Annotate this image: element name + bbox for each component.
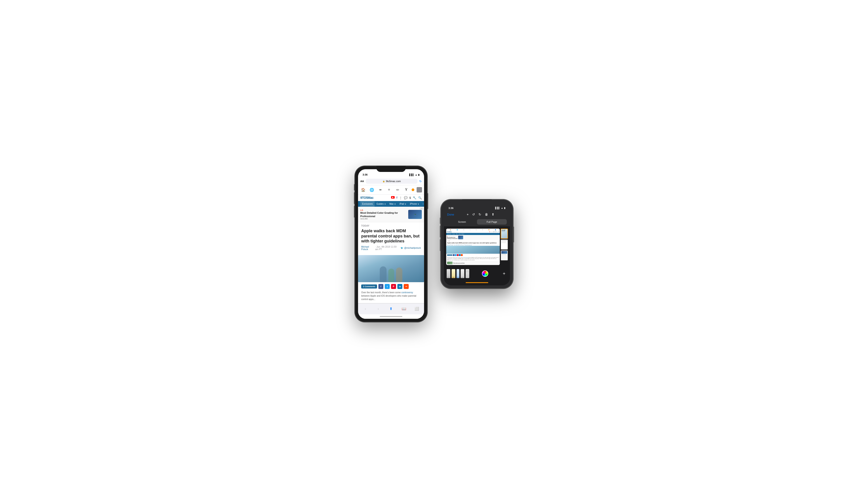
battery-icon: ▮ xyxy=(418,173,420,176)
add-tool-button[interactable]: + xyxy=(501,270,507,277)
site-nav-bar: 9TO5Mac ▶ f ⋮ 💬 $ 🔧 🔍 xyxy=(358,195,424,201)
plus-icon[interactable]: + xyxy=(386,187,392,193)
tab-full-page[interactable]: Full Page xyxy=(477,219,507,225)
mini-home-icon: 🏠 xyxy=(450,229,451,230)
article-author[interactable]: Michael Potuck xyxy=(361,246,374,251)
mini-fb-icon xyxy=(453,254,455,256)
preview-main: 🏠 🌐 ✒ + ✏ Y 👤 9TO5Mac ▶ f xyxy=(446,229,500,265)
article-photo xyxy=(358,255,424,282)
rotate-left-icon[interactable]: ↺ xyxy=(472,213,475,216)
mini-ad-banner: LG Most Detailed ColorGrading for Profes… xyxy=(446,235,500,240)
nav-mac[interactable]: Mac ∨ xyxy=(388,201,398,207)
mini-plus-icon: + xyxy=(470,229,470,230)
battery-icon-2: ▮ xyxy=(504,207,505,209)
pencil-icon[interactable]: ✏ xyxy=(395,187,401,193)
eraser-tool[interactable] xyxy=(461,269,464,278)
nav-more[interactable]: › xyxy=(421,201,424,207)
marker-tool[interactable] xyxy=(447,269,450,278)
share-icon[interactable]: ⬆ xyxy=(492,213,494,216)
linkedin-share-icon[interactable]: in xyxy=(397,284,402,289)
facebook-icon[interactable]: f xyxy=(397,196,397,199)
share-button[interactable]: ⬆ xyxy=(388,305,395,313)
globe-icon[interactable]: 🌐 xyxy=(369,187,375,193)
power-button-2 xyxy=(513,227,514,242)
refresh-button[interactable]: ↻ xyxy=(419,180,422,183)
teaser-link[interactable]: controversy xyxy=(401,291,413,294)
mini-body-text: Over the last month, there's been some c… xyxy=(446,256,500,261)
mini-parts-ad: Parts when you need them xyxy=(446,261,500,265)
teaser-continuation: between Apple and iOS developers who mak… xyxy=(361,295,416,300)
search-icon[interactable]: 🔍 xyxy=(418,196,422,199)
youtube-icon[interactable]: ▶ xyxy=(391,196,395,199)
mini-controversy-link: controversy xyxy=(463,257,468,258)
markup-toolbar: + xyxy=(444,267,510,280)
mini-article-image xyxy=(446,246,500,254)
notch xyxy=(376,166,406,172)
volume-down-button xyxy=(354,206,355,218)
reddit-share-icon[interactable]: rd xyxy=(404,284,409,289)
home-indicator-2 xyxy=(444,280,510,285)
notch-2 xyxy=(462,199,492,205)
article-header: TODAY Apple walks back MDM parental cont… xyxy=(358,222,424,255)
address-bar[interactable]: AA 🔒 9to5mac.com ↻ xyxy=(358,177,424,185)
thin-pen-tool[interactable] xyxy=(457,269,459,278)
pen-icon[interactable]: ✒ xyxy=(377,187,383,193)
home-icon[interactable]: 🏠 xyxy=(360,187,366,193)
avatar-icon[interactable] xyxy=(416,187,422,193)
twitter-share-icon[interactable]: t xyxy=(385,284,390,289)
pencil-tool[interactable] xyxy=(452,269,455,278)
strip-thumb-1[interactable]: Apple walks back MDM parental control... xyxy=(501,229,508,239)
rotate-right-icon[interactable]: ↻ xyxy=(478,213,481,216)
ruler-tool[interactable] xyxy=(466,269,469,278)
screenshot-header: Done ⌖ ↺ ↻ 🗑 ⬆ xyxy=(444,211,510,218)
scene: 3:36 ▌▌▌ ▲ ▮ AA 🔒 9to5mac.com ↻ 🏠 🌐 xyxy=(346,157,522,331)
screenshot-toolbar: ⌖ ↺ ↻ 🗑 ⬆ xyxy=(467,213,494,217)
mini-logo: 9TO5Mac xyxy=(447,231,452,232)
mute-button xyxy=(354,184,355,191)
mini-social-icons xyxy=(453,254,463,256)
phone-2: 3:36 ▌▌▌ ▲ ▮ Done ⌖ ↺ ↻ 🗑 ⬆ xyxy=(441,199,513,289)
nav-iphone[interactable]: iPhone ∨ xyxy=(408,201,421,207)
article-meta: Michael Potuck · Jun. 4th 2019 11:59 am … xyxy=(361,246,421,251)
chat-icon[interactable]: 💬 xyxy=(404,196,408,199)
aa-button[interactable]: AA xyxy=(360,180,364,183)
back-button[interactable]: ‹ xyxy=(362,305,369,313)
y-icon[interactable]: Y xyxy=(403,187,409,193)
phone-1: 3:36 ▌▌▌ ▲ ▮ AA 🔒 9to5mac.com ↻ 🏠 🌐 xyxy=(355,166,427,322)
bookmarks-button[interactable]: 📖 xyxy=(400,305,408,313)
comments-button[interactable]: 2 Comments xyxy=(361,285,377,289)
twitter-handle[interactable]: @michaelpotuck xyxy=(404,247,421,249)
trash-icon[interactable]: 🗑 xyxy=(485,213,488,216)
color-wheel[interactable] xyxy=(482,270,488,277)
more-icon[interactable]: ⋮ xyxy=(399,196,402,199)
dollar-icon[interactable]: $ xyxy=(409,196,411,199)
strip-thumb-2[interactable] xyxy=(501,239,508,250)
url-field[interactable]: 🔒 9to5mac.com xyxy=(366,179,417,184)
forward-button[interactable]: › xyxy=(375,305,382,313)
teaser-text: Over the last month, there's been some xyxy=(361,291,401,294)
signal-icon-2: ▌▌▌ xyxy=(495,207,500,209)
crop-icon[interactable]: ⌖ xyxy=(467,213,469,217)
nav-guides[interactable]: Guides ∨ xyxy=(375,201,388,207)
mini-today-label: TODAY xyxy=(446,240,500,242)
mini-parts-ad-text: Parts when you need them xyxy=(453,263,465,264)
mini-toolbar: 🏠 🌐 ✒ + ✏ Y 👤 xyxy=(446,229,500,231)
lock-icon: 🔒 xyxy=(382,180,385,182)
done-button[interactable]: Done xyxy=(447,213,454,216)
volume-up-button-2 xyxy=(440,226,440,237)
tabs-button[interactable]: ⬜ xyxy=(413,305,421,313)
home-bar xyxy=(380,316,402,317)
twitter-icon-small: 🐦 xyxy=(401,247,403,249)
time-display-2: 3:36 xyxy=(448,207,454,209)
nav-exclusives[interactable]: Exclusives xyxy=(360,201,375,207)
facebook-share-icon[interactable]: f xyxy=(378,284,383,289)
wrench-icon[interactable]: 🔧 xyxy=(413,196,416,199)
mini-pencil-icon: ✏ xyxy=(476,229,477,230)
article-title[interactable]: Apple walks back MDM parental control ap… xyxy=(361,228,421,244)
pinterest-share-icon[interactable]: P xyxy=(391,284,396,289)
tab-screen[interactable]: Screen xyxy=(447,219,477,225)
home-indicator xyxy=(358,314,424,319)
nav-ipad[interactable]: iPad ∨ xyxy=(398,201,408,207)
time-display: 3:36 xyxy=(363,173,368,176)
strip-thumb-3[interactable] xyxy=(501,250,508,260)
